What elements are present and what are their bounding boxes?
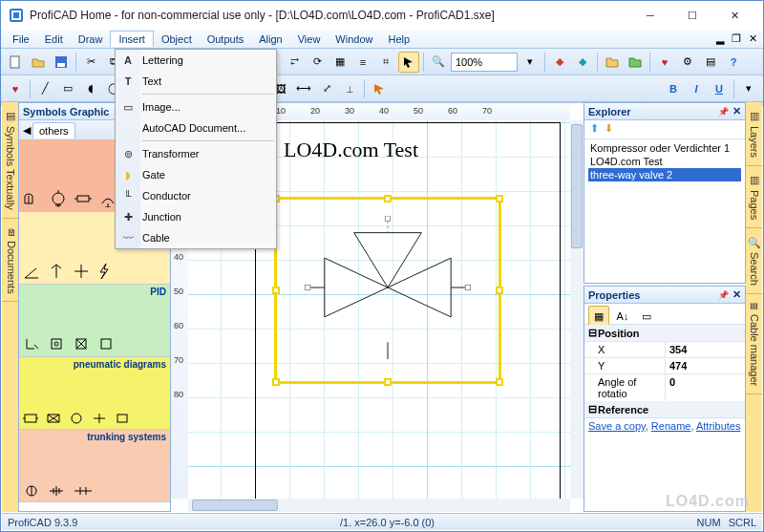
folder2-icon[interactable] bbox=[625, 52, 646, 73]
dd-image[interactable]: ▭Image... bbox=[116, 96, 276, 117]
cursor-icon[interactable] bbox=[398, 52, 419, 73]
menu-outputs[interactable]: Outputs bbox=[200, 32, 252, 47]
menu-align[interactable]: Align bbox=[251, 32, 289, 47]
prop-row-y[interactable]: Y474 bbox=[584, 357, 745, 373]
category-pneumatic[interactable]: pneumatic diagrams bbox=[19, 357, 170, 430]
group-reference[interactable]: ⊟Reference bbox=[584, 401, 745, 417]
save-button[interactable] bbox=[51, 52, 72, 73]
dd-junction[interactable]: ✚Junction bbox=[116, 206, 276, 227]
handle-se[interactable] bbox=[496, 378, 503, 386]
handle-n[interactable] bbox=[384, 195, 392, 202]
cut-button[interactable]: ✂ bbox=[80, 52, 101, 73]
tab-symbols-textually[interactable]: ▤Symbols Textually bbox=[2, 102, 18, 219]
dd-text[interactable]: TText bbox=[116, 71, 276, 92]
tab-layers[interactable]: ▥Layers bbox=[746, 102, 762, 166]
category-pid[interactable]: PID bbox=[19, 285, 170, 357]
handle-ne[interactable] bbox=[496, 195, 503, 202]
gear-icon[interactable]: ⚙ bbox=[677, 52, 698, 73]
props-cat-icon[interactable]: ▦ bbox=[588, 306, 609, 327]
color-icon[interactable]: ▾ bbox=[738, 78, 759, 99]
link-rename[interactable]: Rename bbox=[651, 420, 691, 432]
handle-s[interactable] bbox=[384, 378, 392, 386]
menu-object[interactable]: Object bbox=[154, 32, 200, 47]
zoom-fit-icon[interactable]: 🔍 bbox=[428, 52, 449, 73]
underline-icon[interactable]: U bbox=[709, 78, 730, 99]
props-close-icon[interactable]: ✕ bbox=[732, 288, 741, 301]
rotate-icon[interactable]: ⟳ bbox=[307, 52, 328, 73]
italic-icon[interactable]: I bbox=[686, 78, 707, 99]
dd-gate[interactable]: ◗Gate bbox=[116, 164, 276, 185]
tab-prev-icon[interactable]: ◀ bbox=[23, 124, 31, 137]
menu-insert[interactable]: Insert bbox=[110, 31, 154, 47]
menu-window[interactable]: Window bbox=[328, 32, 380, 47]
open-button[interactable] bbox=[28, 52, 49, 73]
dd-lettering[interactable]: ALettering bbox=[116, 50, 276, 71]
dd-cable[interactable]: 〰Cable bbox=[116, 227, 276, 248]
category-trunking[interactable]: trunking systems bbox=[19, 430, 170, 502]
menu-draw[interactable]: Draw bbox=[71, 32, 111, 47]
explorer-down-icon[interactable]: ⬇ bbox=[605, 122, 613, 137]
rrect-icon[interactable]: ◖ bbox=[80, 78, 101, 99]
pointer-orange-icon[interactable] bbox=[369, 78, 390, 99]
explorer-item-2[interactable]: three-way valve 2 bbox=[588, 168, 741, 181]
scrollbar-horizontal[interactable] bbox=[188, 499, 570, 512]
new-button[interactable] bbox=[5, 52, 26, 73]
explorer-close-icon[interactable]: ✕ bbox=[732, 105, 741, 117]
zoom-combo[interactable] bbox=[451, 53, 518, 72]
tab-documents[interactable]: 🗎Documents bbox=[2, 219, 18, 303]
tab-pages[interactable]: ▥Pages bbox=[746, 166, 762, 228]
explorer-item-0[interactable]: Kompressor oder Verdichter 1 bbox=[588, 141, 741, 155]
link-save-copy[interactable]: Save a copy bbox=[588, 420, 646, 432]
dd-transformer[interactable]: ⊚Transformer bbox=[116, 143, 276, 164]
close-button[interactable]: ✕ bbox=[713, 2, 755, 29]
minimize-button[interactable]: ─ bbox=[629, 2, 671, 29]
dim3-icon[interactable]: ⟂ bbox=[339, 78, 360, 99]
props-pin-icon[interactable]: 📌 bbox=[718, 290, 729, 300]
tool-a-icon[interactable]: ◆ bbox=[549, 52, 570, 73]
tool-b-icon[interactable]: ◆ bbox=[572, 52, 593, 73]
group-position[interactable]: ⊟Position bbox=[584, 325, 745, 341]
menu-edit[interactable]: Edit bbox=[37, 32, 71, 47]
dim2-icon[interactable]: ⤢ bbox=[316, 78, 337, 99]
mdi-restore-icon[interactable]: ❐ bbox=[730, 32, 743, 46]
options-icon[interactable]: ▤ bbox=[700, 52, 721, 73]
snap-icon[interactable]: ⌗ bbox=[375, 52, 396, 73]
favorite-icon[interactable]: ♥ bbox=[5, 78, 26, 99]
explorer-item-1[interactable]: LO4D.com Test bbox=[588, 155, 741, 168]
menu-file[interactable]: File bbox=[5, 32, 37, 47]
mdi-minimize-icon[interactable]: ▂ bbox=[713, 32, 727, 46]
tab-others[interactable]: others bbox=[32, 122, 75, 138]
heart-icon[interactable]: ♥ bbox=[654, 52, 675, 73]
menu-view[interactable]: View bbox=[290, 32, 329, 47]
scrollbar-vertical[interactable] bbox=[570, 120, 584, 499]
line-icon[interactable]: ╱ bbox=[34, 78, 55, 99]
explorer-pin-icon[interactable]: 📌 bbox=[718, 107, 729, 117]
flip-v-icon[interactable]: ⥂ bbox=[284, 52, 305, 73]
tab-search[interactable]: 🔍Search bbox=[746, 228, 762, 294]
explorer-list[interactable]: Kompressor oder Verdichter 1 LO4D.com Te… bbox=[584, 139, 745, 283]
folder1-icon[interactable] bbox=[602, 52, 623, 73]
zoom-dropdown-icon[interactable]: ▾ bbox=[520, 52, 541, 73]
handle-e[interactable] bbox=[496, 287, 503, 294]
group-icon[interactable]: ▦ bbox=[329, 52, 350, 73]
props-sort-icon[interactable]: A↓ bbox=[612, 306, 633, 327]
handle-w[interactable] bbox=[272, 287, 280, 294]
align-icon[interactable]: ≡ bbox=[352, 52, 373, 73]
dd-autocad[interactable]: AutoCAD Document... bbox=[116, 117, 276, 138]
prop-row-angle[interactable]: Angle of rotatio0 bbox=[584, 373, 745, 401]
menu-help[interactable]: Help bbox=[380, 32, 417, 47]
three-way-valve-symbol[interactable] bbox=[297, 216, 478, 359]
dimension-icon[interactable]: ⟷ bbox=[293, 78, 314, 99]
dd-conductor[interactable]: ╙Conductor bbox=[116, 185, 276, 206]
tab-cable-manager[interactable]: ≣Cable manager bbox=[746, 294, 762, 394]
mdi-close-icon[interactable]: ✕ bbox=[746, 32, 759, 46]
rect-icon[interactable]: ▭ bbox=[57, 78, 78, 99]
prop-row-x[interactable]: X354 bbox=[584, 341, 745, 357]
explorer-up-icon[interactable]: ⬆ bbox=[590, 122, 599, 137]
canvas-title-text[interactable]: LO4D.com Test bbox=[284, 138, 418, 162]
handle-sw[interactable] bbox=[272, 378, 280, 386]
props-page-icon[interactable]: ▭ bbox=[636, 306, 657, 327]
maximize-button[interactable]: ☐ bbox=[671, 2, 713, 29]
bold-icon[interactable]: B bbox=[663, 78, 684, 99]
link-attributes[interactable]: Attributes bbox=[696, 420, 740, 432]
